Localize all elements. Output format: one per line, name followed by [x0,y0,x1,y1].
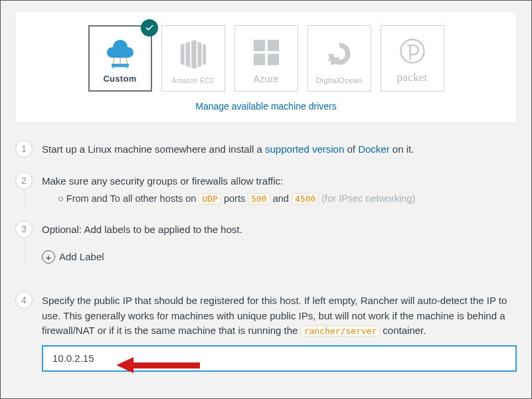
text: and [270,193,292,204]
driver-custom[interactable]: Custom [88,25,152,92]
plus-icon: + [42,250,55,264]
svg-point-13 [400,40,424,63]
text: From and To all other hosts on [66,193,199,204]
code-udp: UDP [199,193,221,204]
docker-link[interactable]: Docker [358,143,390,155]
digitalocean-icon [308,26,371,76]
code-500: 500 [248,193,270,204]
text: Start up a Linux machine somewhere and i… [42,143,265,155]
driver-amazon-ec2[interactable]: Amazon EC2 [161,25,225,92]
svg-rect-6 [253,40,264,51]
host-ip-input[interactable] [42,345,517,372]
svg-line-1 [126,58,128,64]
instruction-steps: 1 Start up a Linux machine somewhere and… [15,140,517,386]
svg-point-5 [126,66,128,68]
step-3-text: Optional: Add labels to be applied to th… [42,222,517,238]
driver-label: Azure [253,74,278,84]
driver-panel: Custom Amazon EC2 [15,11,517,123]
code-4500: 4500 [292,193,319,204]
step-2-text: Make sure any security groups or firewal… [42,174,517,189]
ipsec-note: (for IPsec networking) [319,193,415,204]
add-label-button[interactable]: + Add Label [42,250,104,265]
supported-version-link[interactable]: supported version [265,143,344,155]
svg-point-4 [112,66,114,68]
amazon-ec2-icon [162,26,224,77]
step-3: 3 Optional: Add labels to be applied to … [15,220,517,291]
driver-digitalocean[interactable]: DigitalOcean [308,25,371,92]
step-2-bullet: ○ From and To all other hosts on UDP por… [67,192,517,206]
manage-drivers-link[interactable]: Manage available machine drivers [28,101,504,112]
text: of [344,143,358,155]
svg-rect-7 [267,40,278,51]
driver-label: Custom [103,74,136,84]
driver-list: Custom Amazon EC2 [28,25,504,92]
text: Specify the public IP that should be reg… [42,295,507,336]
text: container. [380,325,426,336]
svg-rect-11 [331,61,335,65]
packet-icon [381,26,444,71]
step-2: 2 Make sure any security groups or firew… [15,172,517,220]
text: ports [221,193,248,204]
driver-label: packet [397,71,427,84]
step-4: 4 Specify the public IP that should be r… [15,291,517,386]
code-rancher-server: rancher/server [301,325,381,337]
check-icon [141,19,158,37]
driver-packet[interactable]: packet [381,25,444,92]
step-number: 3 [15,220,33,238]
step-1: 1 Start up a Linux machine somewhere and… [15,140,517,172]
driver-label: Amazon EC2 [172,77,214,84]
custom-cloud-icon [90,27,151,74]
svg-rect-12 [328,58,331,61]
driver-azure[interactable]: Azure [234,25,298,92]
azure-icon [235,26,298,74]
text: on it. [390,143,414,155]
svg-line-0 [113,58,114,64]
svg-rect-8 [253,54,264,65]
svg-rect-10 [334,58,339,62]
svg-rect-9 [267,54,278,65]
step-1-text: Start up a Linux machine somewhere and i… [42,140,517,157]
add-label-text: Add Label [59,250,104,265]
step-4-text: Specify the public IP that should be reg… [42,293,517,339]
driver-label: DigitalOcean [316,76,362,84]
step-number: 2 [15,172,33,189]
step-number: 1 [15,140,33,157]
step-number: 4 [15,291,33,309]
